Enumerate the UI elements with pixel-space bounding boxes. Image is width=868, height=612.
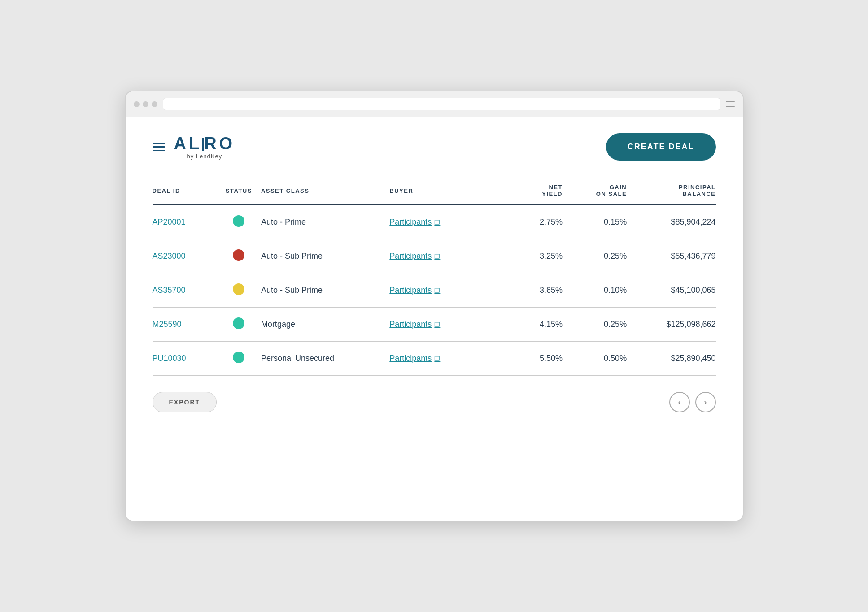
browser-dots [134, 101, 157, 107]
cell-deal-id: PU10030 [153, 342, 217, 376]
buyer-label: Participants [389, 252, 432, 261]
export-button[interactable]: EXPORT [153, 392, 217, 412]
col-header-net-yield: NETYIELD [498, 178, 563, 205]
cell-buyer: Participants ❐ [389, 239, 498, 273]
status-dot [233, 283, 244, 295]
buyer-label: Participants [389, 286, 432, 295]
cell-gain-on-sale: 0.25% [563, 308, 627, 342]
table-row: AS35700 Auto - Sub Prime Participants ❐ … [153, 273, 716, 308]
pagination: ‹ › [669, 392, 716, 412]
cell-net-yield: 3.65% [498, 273, 563, 308]
cell-gain-on-sale: 0.10% [563, 273, 627, 308]
col-header-status: STATUS [217, 178, 261, 205]
external-link-icon: ❐ [434, 287, 440, 294]
deal-id-link[interactable]: AS35700 [153, 286, 186, 295]
address-bar[interactable] [163, 98, 720, 110]
table-row: PU10030 Personal Unsecured Participants … [153, 342, 716, 376]
buyer-link[interactable]: Participants ❐ [389, 252, 498, 261]
cell-deal-id: AS35700 [153, 273, 217, 308]
buyer-link[interactable]: Participants ❐ [389, 286, 498, 295]
status-dot [233, 249, 244, 261]
principal-balance-value: $125,098,662 [666, 320, 715, 329]
header: ALRO by LendKey CREATE DEAL [153, 133, 716, 161]
col-header-principal-balance: PRINCIPALBALANCE [627, 178, 715, 205]
buyer-link[interactable]: Participants ❐ [389, 354, 498, 363]
logo-sublabel: by LendKey [174, 153, 236, 159]
cell-gain-on-sale: 0.25% [563, 239, 627, 273]
status-dot [233, 317, 244, 329]
buyer-label: Participants [389, 217, 432, 227]
net-yield-value: 3.25% [540, 252, 563, 260]
gain-on-sale-value: 0.10% [604, 286, 627, 295]
status-dot [233, 215, 244, 227]
principal-balance-value: $45,100,065 [671, 286, 715, 295]
net-yield-value: 3.65% [540, 286, 563, 295]
cell-deal-id: AS23000 [153, 239, 217, 273]
deal-id-link[interactable]: PU10030 [153, 354, 186, 363]
cell-deal-id: AP20001 [153, 205, 217, 239]
browser-menu-icon[interactable] [726, 101, 735, 107]
gain-on-sale-value: 0.25% [604, 320, 627, 329]
col-header-deal-id: DEAL ID [153, 178, 217, 205]
buyer-label: Participants [389, 354, 432, 363]
table-row: AS23000 Auto - Sub Prime Participants ❐ … [153, 239, 716, 273]
dot-1 [134, 101, 140, 107]
cell-gain-on-sale: 0.15% [563, 205, 627, 239]
cell-status [217, 308, 261, 342]
logo: ALRO by LendKey [174, 135, 236, 159]
principal-balance-value: $25,890,450 [671, 354, 715, 363]
asset-class-text: Auto - Sub Prime [261, 252, 323, 260]
hamburger-menu[interactable] [153, 143, 165, 151]
table-row: AP20001 Auto - Prime Participants ❐ 2.75… [153, 205, 716, 239]
principal-balance-value: $55,436,779 [671, 252, 715, 260]
create-deal-button[interactable]: CREATE DEAL [606, 133, 716, 161]
app-container: ALRO by LendKey CREATE DEAL DEAL ID STAT… [126, 117, 743, 521]
dot-3 [152, 101, 157, 107]
external-link-icon: ❐ [434, 253, 440, 260]
cell-status [217, 273, 261, 308]
buyer-link[interactable]: Participants ❐ [389, 217, 498, 227]
external-link-icon: ❐ [434, 321, 440, 328]
table-row: M25590 Mortgage Participants ❐ 4.15% 0.2… [153, 308, 716, 342]
cell-buyer: Participants ❐ [389, 308, 498, 342]
cell-buyer: Participants ❐ [389, 342, 498, 376]
principal-balance-value: $85,904,224 [671, 217, 715, 226]
cell-asset-class: Auto - Sub Prime [261, 273, 389, 308]
cell-asset-class: Personal Unsecured [261, 342, 389, 376]
net-yield-value: 5.50% [540, 354, 563, 363]
asset-class-text: Personal Unsecured [261, 354, 334, 363]
net-yield-value: 4.15% [540, 320, 563, 329]
browser-frame: ALRO by LendKey CREATE DEAL DEAL ID STAT… [125, 91, 744, 521]
buyer-label: Participants [389, 320, 432, 329]
browser-chrome [126, 91, 743, 117]
net-yield-value: 2.75% [540, 217, 563, 226]
cell-principal-balance: $125,098,662 [627, 308, 715, 342]
cell-net-yield: 4.15% [498, 308, 563, 342]
prev-page-button[interactable]: ‹ [669, 392, 690, 412]
deal-id-link[interactable]: M25590 [153, 320, 182, 329]
cell-gain-on-sale: 0.50% [563, 342, 627, 376]
external-link-icon: ❐ [434, 219, 440, 226]
cell-net-yield: 3.25% [498, 239, 563, 273]
cell-asset-class: Auto - Sub Prime [261, 239, 389, 273]
col-header-buyer: BUYER [389, 178, 498, 205]
external-link-icon: ❐ [434, 355, 440, 362]
cell-asset-class: Mortgage [261, 308, 389, 342]
deal-id-link[interactable]: AP20001 [153, 217, 186, 226]
cell-status [217, 342, 261, 376]
col-header-gain-on-sale: GAINON SALE [563, 178, 627, 205]
deal-id-link[interactable]: AS23000 [153, 252, 186, 260]
gain-on-sale-value: 0.15% [604, 217, 627, 226]
buyer-link[interactable]: Participants ❐ [389, 320, 498, 329]
asset-class-text: Auto - Sub Prime [261, 286, 323, 295]
deals-table: DEAL ID STATUS ASSET CLASS BUYER NETYIEL… [153, 178, 716, 376]
gain-on-sale-value: 0.50% [604, 354, 627, 363]
next-page-button[interactable]: › [695, 392, 716, 412]
cell-status [217, 239, 261, 273]
cell-status [217, 205, 261, 239]
asset-class-text: Mortgage [261, 320, 295, 329]
cell-buyer: Participants ❐ [389, 205, 498, 239]
table-header-row: DEAL ID STATUS ASSET CLASS BUYER NETYIEL… [153, 178, 716, 205]
logo-area: ALRO by LendKey [153, 135, 236, 159]
cell-principal-balance: $25,890,450 [627, 342, 715, 376]
